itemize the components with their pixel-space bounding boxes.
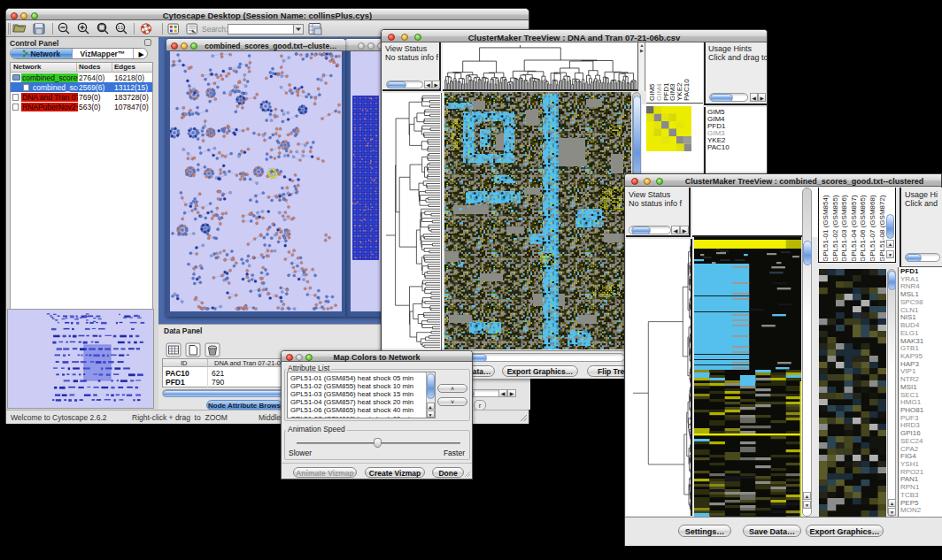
svg-text:GPL51-03 (GSM856): GPL51-03 (GSM856) bbox=[840, 195, 848, 261]
svg-text:GPL51-04 (GSM857): GPL51-04 (GSM857) bbox=[850, 195, 858, 261]
svg-text:GPL51-02 (GSM855): GPL51-02 (GSM855) bbox=[831, 195, 839, 261]
svg-text:GPL51-01 (GSM854): GPL51-01 (GSM854) bbox=[822, 195, 830, 261]
svg-text:PAC10: PAC10 bbox=[683, 79, 691, 101]
svg-text:GPL51-08 (GSM872): GPL51-08 (GSM872) bbox=[878, 195, 886, 261]
svg-text:1:1: 1:1 bbox=[118, 26, 124, 30]
svg-text:GPL51-06 (GSM865): GPL51-06 (GSM865) bbox=[859, 195, 867, 261]
svg-text:Search:: Search: bbox=[202, 25, 228, 34]
svg-text:GPL51-07 (GSM868): GPL51-07 (GSM868) bbox=[869, 195, 876, 261]
